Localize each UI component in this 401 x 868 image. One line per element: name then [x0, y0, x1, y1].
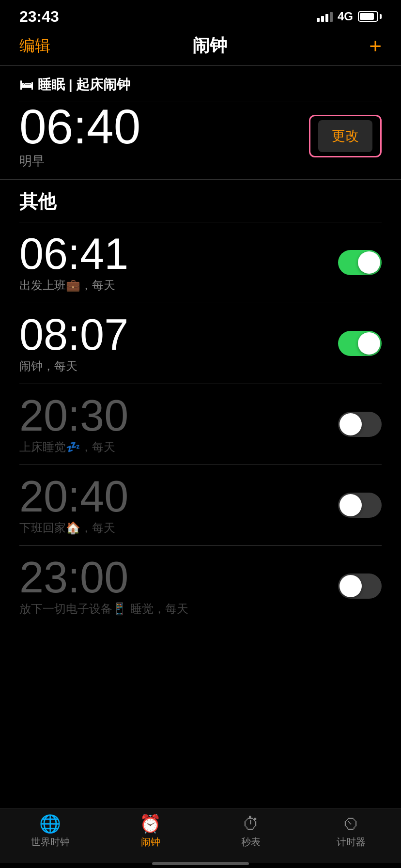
home-indicator: [0, 863, 401, 868]
alarm-desc-1: 出发上班💼，每天: [19, 278, 128, 293]
sleep-section: 🛏 睡眠 | 起床闹钟 06:40 明早 更改: [0, 66, 401, 179]
alarm-desc-2: 闹钟，每天: [19, 358, 128, 374]
alarm-icon: ⏰: [139, 815, 161, 833]
status-time: 23:43: [19, 8, 59, 26]
battery-icon: [358, 11, 382, 22]
world-clock-label: 世界时钟: [31, 836, 70, 849]
tab-world-clock[interactable]: 🌐 世界时钟: [0, 815, 100, 849]
alarm-toggle-2[interactable]: [338, 331, 382, 356]
alarm-toggle-5[interactable]: [338, 574, 382, 599]
tab-stopwatch[interactable]: ⏱ 秒表: [200, 815, 301, 849]
toggle-knob-1: [358, 251, 380, 274]
alarm-label: 闹钟: [141, 836, 160, 849]
alarm-toggle-1[interactable]: [338, 250, 382, 275]
sleep-alarm-info: 06:40 明早: [19, 102, 140, 170]
timer-label: 计时器: [337, 836, 366, 849]
alarm-item-left: 06:41 出发上班💼，每天: [19, 232, 128, 293]
alarm-item[interactable]: 06:41 出发上班💼，每天: [19, 222, 382, 303]
edit-button[interactable]: 编辑: [19, 35, 50, 57]
toggle-knob-4: [339, 494, 362, 516]
toggle-knob-5: [339, 575, 362, 597]
signal-icon: [317, 11, 333, 22]
status-bar: 23:43 4G: [0, 0, 401, 29]
tab-alarm[interactable]: ⏰ 闹钟: [100, 815, 200, 849]
alarm-item-left: 20:40 下班回家🏠，每天: [19, 475, 128, 536]
other-section: 其他 06:41 出发上班💼，每天 08:07 闹钟，每天 20:30 上床睡觉…: [0, 180, 401, 626]
alarm-time-1: 06:41: [19, 232, 128, 276]
nav-bar: 编辑 闹钟 +: [0, 29, 401, 65]
bed-icon: 🛏: [19, 77, 33, 93]
alarm-desc-3: 上床睡觉💤，每天: [19, 439, 128, 455]
sleep-alarm-time: 06:40: [19, 102, 140, 151]
tab-timer[interactable]: ⏲ 计时器: [301, 815, 401, 849]
home-indicator-bar: [152, 862, 249, 865]
sleep-header: 🛏 睡眠 | 起床闹钟: [19, 76, 382, 94]
tab-bar: 🌐 世界时钟 ⏰ 闹钟 ⏱ 秒表 ⏲ 计时器: [0, 808, 401, 863]
alarm-item-left: 23:00 放下一切电子设备📱 睡觉，每天: [19, 556, 188, 617]
other-title: 其他: [19, 180, 382, 222]
alarm-item-left: 08:07 闹钟，每天: [19, 313, 128, 374]
alarm-item[interactable]: 20:40 下班回家🏠，每天: [19, 465, 382, 545]
change-button-wrapper: 更改: [309, 115, 382, 157]
alarm-time-2: 08:07: [19, 313, 128, 356]
stopwatch-label: 秒表: [241, 836, 261, 849]
alarm-desc-4: 下班回家🏠，每天: [19, 520, 128, 536]
alarm-toggle-4[interactable]: [338, 493, 382, 518]
world-clock-icon: 🌐: [39, 815, 61, 833]
alarm-time-5: 23:00: [19, 556, 188, 599]
sleep-header-label: 睡眠 | 起床闹钟: [38, 76, 130, 94]
timer-icon: ⏲: [342, 815, 360, 833]
status-icons: 4G: [317, 10, 382, 23]
sleep-alarm-row: 06:40 明早 更改: [19, 102, 382, 179]
alarm-time-3: 20:30: [19, 394, 128, 437]
toggle-knob-3: [339, 413, 362, 435]
sleep-alarm-sub: 明早: [19, 153, 140, 170]
change-button[interactable]: 更改: [318, 120, 372, 152]
stopwatch-icon: ⏱: [242, 815, 260, 833]
add-alarm-button[interactable]: +: [369, 35, 382, 57]
alarm-toggle-3[interactable]: [338, 412, 382, 437]
alarm-item[interactable]: 08:07 闹钟，每天: [19, 303, 382, 384]
alarm-item[interactable]: 20:30 上床睡觉💤，每天: [19, 384, 382, 465]
alarm-item[interactable]: 23:00 放下一切电子设备📱 睡觉，每天: [19, 545, 382, 626]
alarm-item-left: 20:30 上床睡觉💤，每天: [19, 394, 128, 455]
network-type: 4G: [338, 10, 353, 23]
alarm-desc-5: 放下一切电子设备📱 睡觉，每天: [19, 601, 188, 617]
page-title: 闹钟: [192, 34, 227, 58]
alarm-time-4: 20:40: [19, 475, 128, 518]
toggle-knob-2: [358, 332, 380, 355]
